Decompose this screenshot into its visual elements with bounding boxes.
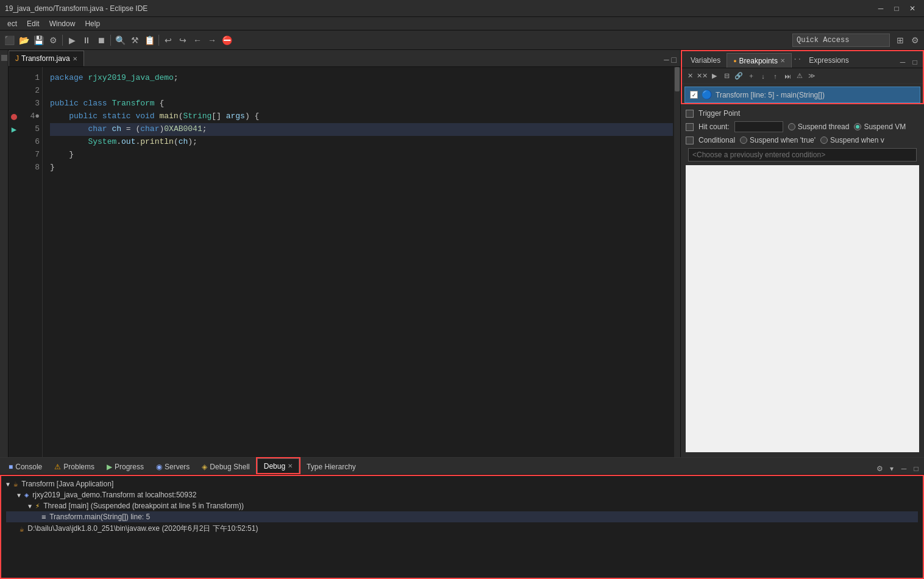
debug-tab-close[interactable]: ✕ bbox=[288, 463, 293, 469]
toolbar-settings-btn[interactable]: ⚙ bbox=[908, 34, 922, 47]
menu-window[interactable]: Window bbox=[44, 18, 80, 29]
bottom-tab-debugshell[interactable]: ◈ Debug Shell bbox=[196, 460, 255, 474]
bp-checkbox[interactable]: ✓ bbox=[690, 91, 698, 99]
bottom-tab-problems[interactable]: ⚠ Problems bbox=[48, 460, 101, 474]
bp-remove-btn[interactable]: ✕ bbox=[684, 71, 695, 82]
bp-link-btn[interactable]: 🔗 bbox=[733, 71, 744, 82]
toolbar-btn-7[interactable]: ⏹ bbox=[94, 34, 108, 47]
bottom-tab-debug[interactable]: Debug ✕ bbox=[257, 458, 299, 473]
token-print-open: ( bbox=[174, 136, 179, 149]
bp-remove-all-btn[interactable]: ✕✕ bbox=[697, 71, 708, 82]
tree-row-1[interactable]: ▼ ☕ Transform [Java Application] bbox=[6, 478, 918, 489]
toolbar-btn-4[interactable]: ⚙ bbox=[46, 34, 60, 47]
tree-row-5[interactable]: ☕ D:\bailu\Java\jdk1.8.0_251\bin\javaw.e… bbox=[6, 522, 918, 535]
vertical-scrollbar[interactable] bbox=[674, 67, 680, 457]
close-button[interactable]: ✕ bbox=[906, 2, 919, 15]
bottom-panel-minimize-btn[interactable]: ─ bbox=[898, 463, 909, 474]
suspend-when-radio[interactable]: Suspend when v bbox=[820, 136, 884, 144]
toolbar-btn-5[interactable]: ▶ bbox=[65, 34, 79, 47]
minimize-button[interactable]: ─ bbox=[874, 2, 887, 15]
toolbar-btn-15[interactable]: ⛔ bbox=[220, 34, 233, 47]
quick-access-label: Quick Access bbox=[797, 36, 849, 44]
bp-warning-btn[interactable]: ⚠ bbox=[794, 71, 805, 82]
jvm-icon: ☕ bbox=[20, 525, 24, 533]
right-panel-minimize-btn[interactable]: ─ bbox=[897, 57, 908, 68]
breakpoints-dot-icon: ● bbox=[733, 58, 736, 64]
toolbar-btn-1[interactable]: ⬛ bbox=[2, 34, 16, 47]
menu-help[interactable]: Help bbox=[80, 18, 105, 29]
hit-count-checkbox[interactable] bbox=[686, 123, 694, 131]
bp-more-btn[interactable]: ≫ bbox=[806, 71, 817, 82]
bp-enable-btn[interactable]: ▶ bbox=[709, 71, 720, 82]
suspend-when-circle bbox=[820, 137, 828, 144]
right-tab-variables[interactable]: Variables bbox=[684, 53, 727, 68]
token-public-2: public bbox=[69, 110, 102, 123]
tree-row-4[interactable]: ≡ Transform.main(String[]) line: 5 bbox=[6, 511, 918, 522]
bp-export-btn[interactable]: ↑ bbox=[770, 71, 781, 82]
suspend-vm-radio[interactable]: Suspend VM bbox=[854, 123, 906, 131]
toolbar-btn-3[interactable]: 💾 bbox=[32, 34, 45, 47]
bp-entry-text: Transform [line: 5] - main(String[]) bbox=[716, 91, 825, 99]
menu-edit[interactable]: Edit bbox=[22, 18, 44, 29]
bottom-tab-progress[interactable]: ▶ Progress bbox=[101, 460, 150, 474]
bottom-tab-console[interactable]: ■ Console bbox=[2, 460, 48, 474]
token-ch-arg: ch bbox=[179, 136, 188, 149]
stack-frame-icon: ≡ bbox=[41, 513, 46, 521]
scrollbar-thumb[interactable] bbox=[675, 67, 680, 91]
editor-area: J Transform.java ✕ ─ □ bbox=[9, 50, 680, 457]
toolbar-btn-12[interactable]: ↪ bbox=[176, 34, 190, 47]
toolbar-btn-11[interactable]: ↩ bbox=[162, 34, 175, 47]
suspend-thread-radio[interactable]: Suspend thread bbox=[788, 123, 850, 131]
bottom-panel-maximize-btn[interactable]: □ bbox=[911, 463, 922, 474]
java-app-icon: ☕ bbox=[13, 480, 18, 488]
toolbar-btn-9[interactable]: ⚒ bbox=[128, 34, 141, 47]
line-num-5: 5 bbox=[22, 123, 40, 136]
bp-slot-5[interactable]: ▶ bbox=[9, 123, 20, 136]
tree-row-2[interactable]: ▼ ◈ rjxy2019_java_demo.Transform at loca… bbox=[6, 489, 918, 500]
token-assign: = bbox=[121, 123, 135, 136]
code-line-8: } bbox=[50, 162, 673, 174]
tree-row-3[interactable]: ▼ ⚡ Thread [main] (Suspended (breakpoint… bbox=[6, 500, 918, 511]
right-tab-breakpoints[interactable]: ● Breakpoints ✕ bbox=[727, 53, 792, 68]
bp-collapse-btn[interactable]: ⊟ bbox=[721, 71, 732, 82]
line-num-4: 4● bbox=[22, 110, 40, 123]
token-char: char bbox=[88, 123, 112, 136]
toolbar-btn-10[interactable]: 📋 bbox=[143, 34, 156, 47]
breakpoints-tab-close[interactable]: ✕ bbox=[780, 57, 785, 64]
toolbar-btn-6[interactable]: ⏸ bbox=[80, 34, 93, 47]
maximize-button[interactable]: □ bbox=[890, 2, 903, 15]
editor-tab-close[interactable]: ✕ bbox=[73, 55, 77, 62]
editor-minimize-btn[interactable]: ─ bbox=[663, 54, 670, 66]
bp-add-btn[interactable]: ＋ bbox=[745, 71, 756, 82]
menu-ect[interactable]: ect bbox=[2, 18, 22, 29]
bp-entry[interactable]: ✓ 🔵 Transform [line: 5] - main(String[]) bbox=[684, 87, 920, 103]
conditional-checkbox[interactable] bbox=[686, 137, 694, 144]
toolbar-btn-13[interactable]: ← bbox=[191, 34, 204, 47]
right-panel-maximize-btn[interactable]: □ bbox=[909, 57, 920, 68]
breakpoint-4[interactable] bbox=[11, 114, 17, 120]
hit-count-input[interactable] bbox=[734, 121, 783, 132]
toolbar-btn-2[interactable]: 📂 bbox=[17, 34, 30, 47]
right-tab-expressions[interactable]: Expressions bbox=[803, 53, 855, 68]
toolbar-btn-14[interactable]: → bbox=[205, 34, 219, 47]
editor-maximize-btn[interactable]: □ bbox=[670, 54, 678, 66]
bottom-panel-settings-btn[interactable]: ⚙ bbox=[874, 463, 885, 474]
toolbar-btn-8[interactable]: 🔍 bbox=[113, 34, 127, 47]
condition-input[interactable] bbox=[688, 148, 917, 162]
trigger-point-checkbox[interactable] bbox=[686, 110, 694, 118]
bp-import-btn[interactable]: ↓ bbox=[758, 71, 769, 82]
suspend-true-radio[interactable]: Suspend when 'true' bbox=[740, 136, 816, 144]
left-collapse-btn[interactable] bbox=[1, 55, 7, 61]
quick-access-box[interactable]: Quick Access bbox=[792, 34, 890, 47]
token-indent-7 bbox=[50, 149, 69, 162]
bottom-tab-typehierarchy[interactable]: Type Hierarchy bbox=[300, 460, 362, 474]
tree-text-3: Thread [main] (Suspended (breakpoint at … bbox=[43, 502, 244, 510]
tab-separator-dot: ·· bbox=[793, 55, 801, 64]
code-content[interactable]: package rjxy2019_java_demo; public class… bbox=[43, 67, 680, 457]
editor-tab-transform[interactable]: J Transform.java ✕ bbox=[9, 51, 84, 66]
toolbar-perspective-btn[interactable]: ⊞ bbox=[894, 34, 907, 47]
bp-skip-btn[interactable]: ⏭ bbox=[782, 71, 793, 82]
bottom-tab-servers[interactable]: ◉ Servers bbox=[150, 460, 196, 474]
bottom-panel-more-btn[interactable]: ▾ bbox=[886, 463, 897, 474]
suspend-true-label: Suspend when 'true' bbox=[750, 136, 816, 144]
